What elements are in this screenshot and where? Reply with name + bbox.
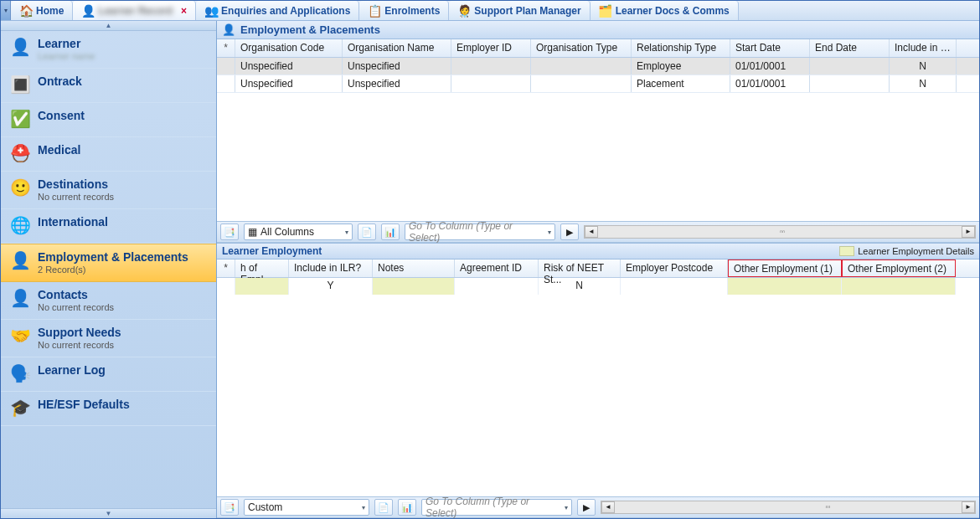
column-selector[interactable]: ▦ All Columns ▾ <box>244 224 353 240</box>
scroll-right-button[interactable]: ► <box>962 226 975 238</box>
table-cell[interactable]: Unspecified <box>235 75 343 92</box>
sidebar-item-title: Learner <box>38 36 95 51</box>
scroll-left-button[interactable]: ◄ <box>601 501 615 513</box>
sidebar-collapse-down[interactable]: ▼ <box>1 508 216 518</box>
table-cell[interactable]: 01/01/0001 <box>730 75 810 92</box>
table-cell[interactable] <box>451 58 531 75</box>
employment-grid-body[interactable]: UnspecifiedUnspecifiedEmployee01/01/0001… <box>217 58 979 221</box>
row-selector-header[interactable]: * <box>217 39 235 57</box>
scroll-left-button[interactable]: ◄ <box>585 226 598 238</box>
column-header[interactable]: Organisation Name <box>343 39 451 57</box>
tab[interactable]: 🧑‍⚕️Support Plan Manager <box>449 1 590 20</box>
sidebar-item[interactable]: ⛑️Medical <box>1 137 216 172</box>
grid-options-button[interactable]: 📑 <box>220 499 239 516</box>
grid-action-1-button[interactable]: 📄 <box>358 224 376 240</box>
grid-options-button[interactable]: 📑 <box>220 224 239 240</box>
sidebar-item[interactable]: 👤LearnerLearner name <box>1 31 216 69</box>
goto-column-go-button[interactable]: ▶ <box>560 224 579 240</box>
column-header[interactable]: Include in ILR? <box>289 260 373 277</box>
table-cell[interactable] <box>621 278 728 295</box>
table-cell[interactable] <box>235 278 289 295</box>
table-cell[interactable] <box>531 58 632 75</box>
table-cell[interactable]: N <box>539 278 621 295</box>
tab[interactable]: 📋Enrolments <box>359 1 449 20</box>
row-selector-header[interactable]: * <box>217 260 235 277</box>
grid-action-1-button[interactable]: 📄 <box>374 499 393 516</box>
table-cell[interactable] <box>455 278 539 295</box>
goto-column-go-button[interactable]: ▶ <box>577 499 596 516</box>
goto-column-combo[interactable]: Go To Column (Type or Select) ▾ <box>405 224 555 240</box>
tab[interactable]: 👥Enquiries and Applications <box>196 1 359 20</box>
column-header[interactable]: Relationship Type <box>632 39 730 57</box>
column-header[interactable]: Employer ID <box>451 39 531 57</box>
learner-employment-hscroll[interactable]: ◄ ⁿⁿ ► <box>601 501 976 514</box>
tab[interactable]: 🏠Home <box>11 1 73 20</box>
table-cell[interactable]: 01/01/0001 <box>730 58 810 75</box>
table-cell[interactable]: N <box>890 75 957 92</box>
column-header[interactable]: Employer Postcode <box>621 260 728 277</box>
table-cell[interactable] <box>451 75 531 92</box>
column-header[interactable]: Risk of NEET St... <box>539 260 621 277</box>
sidebar-item[interactable]: 🔳Ontrack <box>1 69 216 103</box>
column-header[interactable]: Other Employment (2) <box>842 260 956 277</box>
column-header[interactable]: Organisation Type <box>531 39 632 57</box>
employment-grid-header[interactable]: *Organisation CodeOrganisation NameEmplo… <box>217 39 979 58</box>
table-cell[interactable] <box>810 75 890 92</box>
row-selector[interactable] <box>217 75 235 92</box>
sidebar-item[interactable]: 🗣️Learner Log <box>1 357 216 392</box>
table-row[interactable]: UnspecifiedUnspecifiedEmployee01/01/0001… <box>217 58 979 75</box>
sidebar-item[interactable]: 👤ContactsNo current records <box>1 282 216 320</box>
column-header[interactable]: Organisation Code <box>235 39 343 57</box>
column-header[interactable]: Other Employment (1) <box>728 260 842 277</box>
sidebar-item[interactable]: 🤝Support NeedsNo current records <box>1 320 216 357</box>
grid-action-2-button[interactable]: 📊 <box>381 224 400 240</box>
sidebar-item-title: Consent <box>38 108 85 123</box>
column-selector-value: Custom <box>248 501 282 513</box>
sidebar-item[interactable]: 👤Employment & Placements2 Record(s) <box>1 244 216 282</box>
table-cell[interactable] <box>728 278 842 295</box>
main-layout: ▲ 👤LearnerLearner name🔳Ontrack✅Consent⛑️… <box>1 21 979 518</box>
sidebar-collapse-up[interactable]: ▲ <box>1 21 216 31</box>
table-cell[interactable]: Unspecified <box>343 58 451 75</box>
learner-employment-grid-header[interactable]: *h of Empl...Include in ILR?NotesAgreeme… <box>217 260 979 278</box>
learner-employment-header: Learner Employment Learner Employment De… <box>217 243 979 260</box>
table-cell[interactable] <box>810 58 890 75</box>
employment-hscroll[interactable]: ◄ ⁿⁿ ► <box>584 225 976 239</box>
sidebar-item[interactable]: 🙂DestinationsNo current records <box>1 172 216 209</box>
table-cell[interactable]: Y <box>289 278 373 295</box>
table-cell[interactable]: Unspecified <box>235 58 343 75</box>
chevron-down-icon: ▾ <box>548 229 551 236</box>
briefcase-icon: 👤 <box>222 23 235 37</box>
table-cell[interactable]: N <box>890 58 957 75</box>
grid-action-2-button[interactable]: 📊 <box>398 499 416 516</box>
sidebar-item[interactable]: 🌐International <box>1 209 216 244</box>
learner-employment-grid-body[interactable]: YN <box>217 278 979 496</box>
sidebar-item[interactable]: ✅Consent <box>1 103 216 137</box>
table-cell[interactable] <box>373 278 455 295</box>
close-icon[interactable]: × <box>181 5 187 17</box>
row-selector[interactable] <box>217 58 235 75</box>
table-cell[interactable] <box>842 278 956 295</box>
sidebar-item[interactable]: 🎓HE/ESF Defaults <box>1 392 216 426</box>
column-header[interactable]: Notes <box>373 260 455 277</box>
tab[interactable]: 🗂️Learner Docs & Comms <box>591 1 739 20</box>
tab-label: Learner Docs & Comms <box>616 5 730 17</box>
scroll-right-button[interactable]: ► <box>962 501 975 513</box>
column-selector[interactable]: Custom ▾ <box>244 499 369 516</box>
column-header[interactable]: End Date <box>810 39 890 57</box>
tab[interactable]: 👤Learner Record× <box>73 1 196 20</box>
table-cell[interactable] <box>531 75 632 92</box>
column-header[interactable]: h of Empl... <box>235 260 289 277</box>
row-selector[interactable] <box>217 278 235 295</box>
goto-column-combo[interactable]: Go To Column (Type or Select) ▾ <box>421 499 572 516</box>
table-row[interactable]: UnspecifiedUnspecifiedPlacement01/01/000… <box>217 75 979 93</box>
table-row[interactable]: YN <box>217 278 979 295</box>
table-cell[interactable]: Placement <box>632 75 730 92</box>
tab-menu-trigger[interactable]: ▾ <box>1 1 11 20</box>
column-header[interactable]: Start Date <box>730 39 810 57</box>
table-cell[interactable]: Employee <box>632 58 730 75</box>
column-header[interactable]: Include in Da... <box>890 39 957 57</box>
sidebar-item-title: Contacts <box>38 287 114 302</box>
column-header[interactable]: Agreement ID <box>455 260 539 277</box>
table-cell[interactable]: Unspecified <box>343 75 451 92</box>
